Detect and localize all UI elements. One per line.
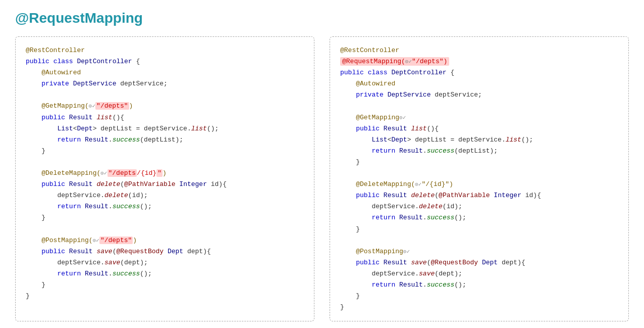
left-code-panel: @RestController public class DeptControl…	[15, 36, 314, 321]
left-code-content: @RestController public class DeptControl…	[26, 45, 304, 302]
code-panels: @RestController public class DeptControl…	[15, 36, 629, 321]
right-code-panel: @RestController @RequestMapping(⊙✓"/dept…	[330, 36, 629, 321]
right-code-content: @RestController @RequestMapping(⊙✓"/dept…	[340, 45, 618, 313]
page-title: @RequestMapping	[15, 10, 629, 26]
